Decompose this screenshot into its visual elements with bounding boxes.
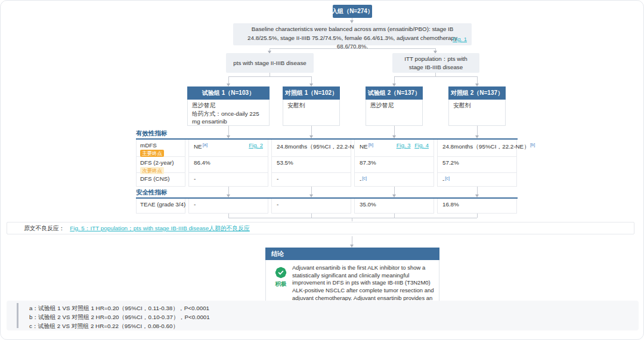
- cell-value: 57.2%: [442, 159, 459, 166]
- footnote-b: b：试验组 2 VS 对照组 2 HR=0.20（95%CI，0.10-0.37…: [29, 313, 639, 322]
- efficacy-table: mDFS 主要终点 DFS (2-year) 次要终点 DFS (CNS) NE…: [136, 138, 518, 187]
- row-label: mDFS: [140, 142, 181, 149]
- group-arm1-experimental: 试验组 1（N=103） 恩沙替尼 给药方式：once-daily 225 mg…: [187, 86, 270, 126]
- adverse-label: 原文不良反应：: [24, 225, 65, 231]
- footnote-ref[interactable]: [a]: [203, 142, 208, 147]
- group-title: 对照组 1（N=102）: [283, 86, 340, 100]
- group-arm2-control: 对照组 2（N=137） 安慰剂: [448, 86, 506, 126]
- efficacy-col-arm1-ctrl: 24.8months（95%CI，22.2-NE）[a] 53.5% -: [271, 140, 351, 187]
- group-arm2-experimental: 试验组 2（N=137） 恩沙替尼: [366, 86, 423, 126]
- footnote-c: c：试验组 2 VS 对照组 2 HR=0.22（95%CI，0.08-0.60…: [29, 322, 639, 330]
- efficacy-col-arm1-exp: NE[a] Fig. 2 86.4% -: [188, 140, 268, 187]
- footnote-a: a：试验组 1 VS 对照组 1 HR=0.20（95%CI，0.11-0.38…: [29, 304, 639, 313]
- enrollment-box: 入组（N=274）: [333, 5, 372, 18]
- cell-value: -[c]: [360, 175, 367, 183]
- cell-value: 16.8%: [442, 201, 459, 208]
- footnote-ref[interactable]: [c]: [362, 175, 367, 181]
- connector: [228, 76, 229, 84]
- group-title: 试验组 1（N=103）: [187, 86, 270, 100]
- group-drug: 恩沙替尼: [370, 101, 418, 110]
- baseline-box: Baseline characteristics were balanced a…: [233, 23, 472, 45]
- connector: [228, 218, 477, 218]
- conclusion-header: 结论: [265, 248, 439, 260]
- trial-summary-card: 入组（N=274） Baseline characteristics were …: [0, 0, 644, 340]
- connector: [352, 218, 352, 221]
- footnote-ref[interactable]: [b]: [530, 142, 535, 147]
- cell-value: -: [277, 175, 278, 182]
- primary-endpoint-badge: 主要终点: [140, 150, 164, 157]
- connector: [228, 187, 229, 194]
- footnotes-panel: a：试验组 1 VS 对照组 1 HR=0.20（95%CI，0.11-0.38…: [7, 301, 639, 330]
- fig2-link[interactable]: Fig. 2: [249, 142, 263, 149]
- cell-value: 86.4%: [194, 159, 210, 166]
- cell-value: 53.5%: [277, 159, 293, 166]
- secondary-endpoint-badge: 次要终点: [140, 167, 164, 174]
- connector: [228, 76, 311, 77]
- group-drug: 恩沙替尼: [192, 101, 265, 110]
- connector: [270, 48, 436, 49]
- group-title: 对照组 2（N=137）: [448, 86, 506, 100]
- branch-left-label: pts with stage II-IIIB disease: [233, 59, 306, 67]
- connector: [352, 236, 352, 245]
- cell-value: -: [194, 175, 196, 182]
- cell-value: -[c]: [442, 175, 450, 183]
- fig1-link[interactable]: Fig. 1: [453, 35, 467, 44]
- connector: [394, 214, 395, 218]
- group-dosing: 给药方式：once-daily 225 mg ensartinib: [192, 110, 265, 126]
- connector: [311, 214, 312, 218]
- connector: [394, 76, 477, 77]
- row-label: TEAE (grade 3/4): [137, 199, 185, 213]
- connector: [394, 126, 395, 135]
- connector: [477, 126, 478, 135]
- safety-section-label: 安全性指标: [136, 188, 168, 197]
- group-arm1-control: 对照组 1（N=102） 安慰剂: [283, 86, 340, 126]
- cell-value: NE[a]: [194, 142, 208, 150]
- row-label: DFS (2-year): [140, 159, 181, 166]
- connector: [228, 126, 229, 135]
- positive-check-icon: [275, 267, 287, 279]
- connector: [394, 187, 395, 194]
- connector: [477, 214, 478, 218]
- efficacy-section-label: 有效性指标: [136, 129, 168, 138]
- branch-stage-ii-iiib: pts with stage II-IIIB disease: [226, 53, 314, 73]
- footnote-ref[interactable]: [b]: [369, 142, 373, 147]
- connector: [311, 187, 312, 194]
- fig4-link[interactable]: Fig. 4: [414, 142, 429, 149]
- cell-value: NE[b]: [360, 142, 373, 150]
- connector: [311, 76, 312, 84]
- footnote-ref[interactable]: [c]: [445, 175, 450, 181]
- adverse-reactions-row: 原文不良反应： Fig. 5：ITT population；pts with s…: [7, 222, 634, 234]
- connector: [477, 76, 478, 84]
- efficacy-label-column: mDFS 主要终点 DFS (2-year) 次要终点 DFS (CNS): [136, 140, 185, 187]
- branch-right-label: ITT population：pts with stage IB-IIIB di…: [398, 55, 473, 71]
- cell-value: 24.8months（95%CI，22.2-NE）[b]: [442, 142, 535, 151]
- group-drug: 安慰剂: [287, 101, 335, 110]
- group-drug: 安慰剂: [453, 101, 501, 110]
- enrollment-label: 入组（N=274）: [332, 7, 373, 16]
- efficacy-col-arm2-ctrl: 24.8months（95%CI，22.2-NE）[b] 57.2% -[c]: [437, 140, 517, 187]
- sentiment-label: 积极: [275, 280, 287, 288]
- connector: [394, 76, 395, 84]
- footnote-accent-bar: [17, 303, 18, 328]
- group-title: 试验组 2（N=137）: [366, 86, 423, 100]
- connector: [228, 214, 229, 218]
- safety-table: TEAE (grade 3/4) - - 35.0% 16.8%: [136, 197, 518, 214]
- row-label: DFS (CNS): [137, 173, 185, 186]
- cell-value: 35.0%: [360, 201, 376, 208]
- fig5-link[interactable]: Fig. 5：ITT population；pts with stage IB-…: [70, 225, 249, 231]
- cell-value: -: [194, 201, 196, 208]
- cell-value: 87.3%: [360, 159, 376, 166]
- branch-itt-population: ITT population：pts with stage IB-IIIB di…: [392, 53, 479, 73]
- connector: [477, 187, 478, 194]
- cell-value: -: [277, 201, 278, 208]
- fig3-link[interactable]: Fig. 3: [397, 142, 411, 149]
- connector: [311, 126, 312, 135]
- efficacy-col-arm2-exp: NE[b] Fig. 3 Fig. 4 87.3% -[c]: [354, 140, 434, 187]
